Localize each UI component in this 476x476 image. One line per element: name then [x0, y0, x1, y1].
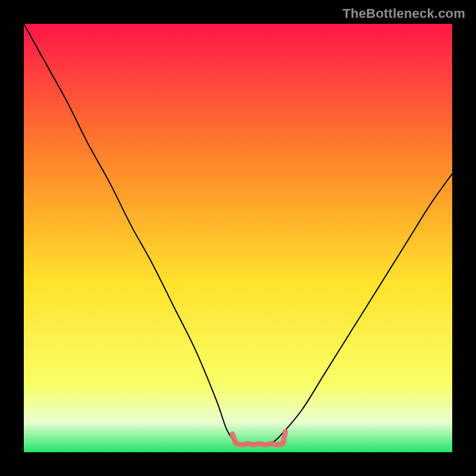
- curve-line: [24, 24, 452, 444]
- watermark-label: TheBottleneck.com: [343, 6, 465, 21]
- bottleneck-curve: [24, 24, 452, 452]
- plot-area: [24, 24, 452, 452]
- chart-frame: TheBottleneck.com: [0, 0, 476, 476]
